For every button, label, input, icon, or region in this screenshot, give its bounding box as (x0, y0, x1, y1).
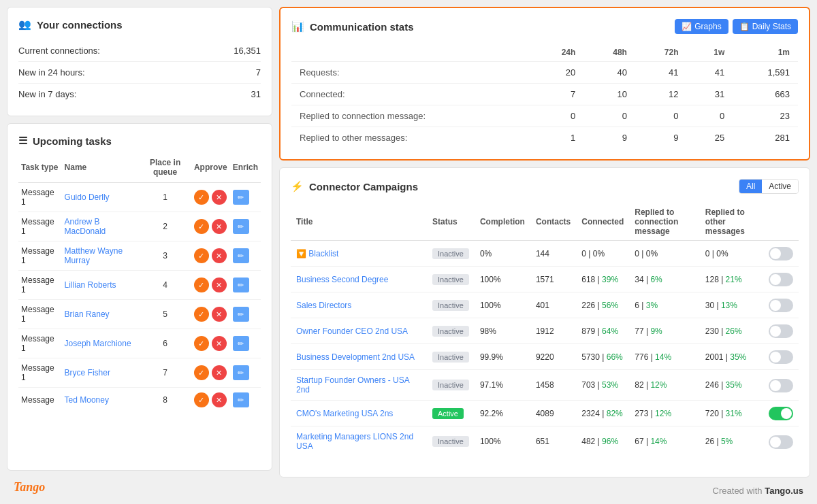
toggle-on[interactable] (769, 407, 793, 420)
reject-button[interactable]: ✕ (212, 278, 227, 292)
camp-title: Sales Directors (291, 292, 427, 318)
task-queue: 6 (139, 329, 191, 358)
comm-col-label (291, 44, 532, 62)
table-row: Replied to connection message: 0 0 0 0 2… (291, 105, 798, 127)
camp-status: Inactive (427, 241, 475, 267)
camp-completion: 99.9% (475, 344, 530, 370)
approve-button[interactable]: ✓ (194, 336, 209, 351)
task-queue: 5 (139, 300, 191, 329)
camp-col-connected: Connected (576, 203, 629, 241)
connections-card: 👥 Your connections Current connections:1… (7, 7, 272, 116)
footer: Tango (7, 477, 272, 497)
camp-contacts: 1571 (530, 267, 576, 292)
table-icon: 📋 (739, 22, 750, 31)
camp-toggle (763, 344, 799, 370)
connection-row: Current connections:16,351 (18, 40, 261, 62)
task-enrich: ✏ (230, 300, 261, 329)
comm-label: Requests: (291, 62, 532, 84)
toggle-off[interactable] (769, 247, 793, 261)
approve-button[interactable]: ✓ (194, 248, 209, 263)
camp-status: Inactive (427, 318, 475, 344)
task-enrich: ✏ (230, 388, 261, 413)
toggle-off[interactable] (769, 299, 793, 312)
camp-replied-conn: 77 | 9% (629, 318, 700, 344)
approve-button[interactable]: ✓ (194, 190, 209, 205)
graphs-button[interactable]: 📈 Graphs (675, 19, 728, 34)
table-row: Startup Founder Owners - USA 2nd Inactiv… (291, 370, 799, 401)
enrich-button[interactable]: ✏ (233, 278, 249, 292)
task-name: Lillian Roberts (62, 271, 140, 300)
camp-replied-other: 246 | 35% (700, 370, 763, 401)
approve-button[interactable]: ✓ (194, 392, 209, 407)
camp-completion: 92.2% (475, 401, 530, 426)
task-approve: ✓ ✕ (191, 329, 230, 358)
reject-button[interactable]: ✕ (212, 365, 227, 380)
approve-button[interactable]: ✓ (194, 307, 209, 322)
task-queue: 7 (139, 358, 191, 388)
task-approve: ✓ ✕ (191, 300, 230, 329)
toggle-off[interactable] (769, 435, 793, 449)
enrich-button[interactable]: ✏ (233, 219, 249, 234)
comm-72h: 9 (635, 127, 687, 149)
task-enrich: ✏ (230, 329, 261, 358)
col-approve: Approve (191, 155, 230, 183)
task-approve: ✓ ✕ (191, 183, 230, 212)
toggle-off[interactable] (769, 350, 793, 364)
table-row: Owner Founder CEO 2nd USA Inactive 98% 1… (291, 318, 799, 344)
enrich-button[interactable]: ✏ (233, 336, 249, 351)
reject-button[interactable]: ✕ (212, 392, 227, 407)
camp-status: Inactive (427, 344, 475, 370)
comm-1m: 281 (733, 127, 798, 149)
task-queue: 2 (139, 212, 191, 241)
approve-button[interactable]: ✓ (194, 365, 209, 380)
status-badge: Inactive (432, 326, 469, 337)
comm-1w: 31 (687, 84, 733, 105)
status-badge: Inactive (432, 300, 469, 311)
toggle-off[interactable] (769, 379, 793, 392)
enrich-button[interactable]: ✏ (233, 190, 249, 205)
task-enrich: ✏ (230, 183, 261, 212)
enrich-button[interactable]: ✏ (233, 248, 249, 263)
bar-chart-icon: 📈 (682, 22, 692, 31)
approve-button[interactable]: ✓ (194, 278, 209, 292)
task-name: Bryce Fisher (62, 358, 140, 388)
comm-1m: 663 (733, 84, 798, 105)
reject-button[interactable]: ✕ (212, 336, 227, 351)
task-type: Message 1 (18, 300, 62, 329)
tasks-table: Task type Name Place in queue Approve En… (18, 155, 261, 412)
camp-toggle (763, 318, 799, 344)
filter-all-button[interactable]: All (739, 180, 762, 193)
camp-toggle (763, 370, 799, 401)
approve-button[interactable]: ✓ (194, 219, 209, 234)
enrich-button[interactable]: ✏ (233, 365, 249, 380)
camp-status: Inactive (427, 292, 475, 318)
camp-toggle (763, 241, 799, 267)
reject-button[interactable]: ✕ (212, 307, 227, 322)
connection-label: New in 7 days: (18, 89, 76, 99)
reject-button[interactable]: ✕ (212, 219, 227, 234)
toggle-off[interactable] (769, 324, 793, 338)
connections-title: 👥 Your connections (18, 18, 261, 31)
task-name: Brian Raney (62, 300, 140, 329)
toggle-off[interactable] (769, 273, 793, 286)
task-name: Matthew Wayne Murray (62, 241, 140, 271)
camp-replied-conn: 34 | 6% (629, 267, 700, 292)
reject-button[interactable]: ✕ (212, 248, 227, 263)
camp-replied-conn: 776 | 14% (629, 344, 700, 370)
reject-button[interactable]: ✕ (212, 190, 227, 205)
camp-connected: 2324 | 82% (576, 401, 629, 426)
enrich-button[interactable]: ✏ (233, 392, 249, 407)
created-with-text: Created with Tango.us (713, 486, 803, 496)
camp-contacts: 651 (530, 426, 576, 457)
table-row: Replied to other messages: 1 9 9 25 281 (291, 127, 798, 149)
camp-title: Startup Founder Owners - USA 2nd (291, 370, 427, 401)
comm-72h: 41 (635, 62, 687, 84)
task-name: Joseph Marchione (62, 329, 140, 358)
enrich-button[interactable]: ✏ (233, 307, 249, 322)
comm-btns: 📈 Graphs 📋 Daily Stats (675, 19, 798, 34)
comm-1w: 41 (687, 62, 733, 84)
filter-active-button[interactable]: Active (762, 180, 798, 193)
daily-stats-button[interactable]: 📋 Daily Stats (733, 19, 798, 34)
task-queue: 3 (139, 241, 191, 271)
campaigns-filter: All Active (739, 179, 799, 194)
